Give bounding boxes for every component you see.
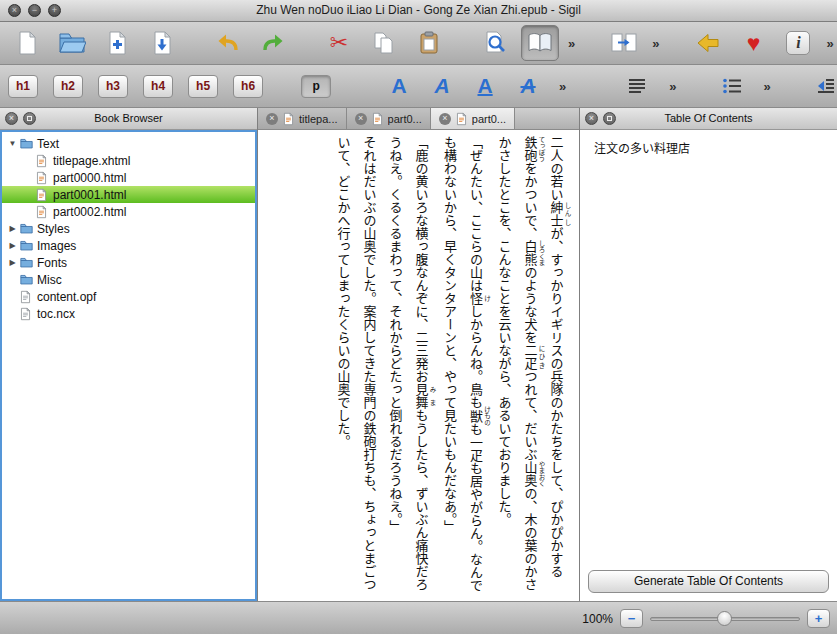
open-button[interactable] [53, 25, 91, 61]
vertical-text-paragraph: 「ぜんたい、ここらの山は怪けしからんね。鳥も獣けものも一疋も居やがらん。なんでも… [436, 136, 491, 595]
add-existing-file-button[interactable] [98, 25, 136, 61]
book-browser-tree[interactable]: ▼Texttitlepage.xhtmlpart0000.htmlpart000… [0, 130, 257, 601]
toolbar-overflow-chevron[interactable]: » [824, 36, 835, 51]
back-button[interactable] [689, 25, 727, 61]
window-controls: × − + [8, 4, 61, 17]
italic-button[interactable]: A [428, 71, 456, 101]
toolbar-overflow-chevron[interactable]: » [566, 36, 577, 51]
list-button[interactable] [717, 71, 747, 101]
add-file-icon [104, 30, 130, 56]
underline-button[interactable]: A [471, 71, 499, 101]
editor-tab-1[interactable]: ×part0... [347, 108, 431, 129]
vertical-text-paragraph: 「鹿の黄いろな横っ腹なんぞに、二三発お見舞みまもうしたら、ずいぶん痛快だろうねえ… [382, 136, 437, 595]
editor-tab-0[interactable]: ×titlepa... [258, 108, 347, 129]
redo-button[interactable] [254, 25, 292, 61]
indent-button[interactable] [811, 71, 837, 101]
html-icon [35, 171, 53, 185]
editor-tab-2[interactable]: ×part0... [431, 108, 515, 129]
close-panel-icon[interactable]: × [5, 112, 18, 125]
float-panel-icon[interactable] [23, 112, 36, 125]
zoom-slider[interactable] [650, 609, 800, 628]
tree-item-fonts[interactable]: ▶Fonts [2, 254, 255, 271]
toolbar-overflow-chevron[interactable]: » [650, 36, 661, 51]
heart-icon: ♥ [747, 32, 761, 55]
tree-item-titlepage-xhtml[interactable]: titlepage.xhtml [2, 152, 255, 169]
tree-item-part0001-html[interactable]: part0001.html [2, 186, 255, 203]
vertical-text-paragraph: それはだいぶの山奥でした。案内してきた専門の鉄砲打ちも、ちょっとまごついて、どこ… [330, 136, 382, 595]
status-bar: 100% − + [0, 601, 837, 634]
strikethrough-button[interactable]: A [514, 71, 542, 101]
disclosure-open-icon[interactable]: ▼ [6, 139, 19, 148]
toolbar-overflow-chevron[interactable]: » [762, 79, 773, 94]
close-panel-icon[interactable]: × [585, 112, 598, 125]
float-panel-icon[interactable] [603, 112, 616, 125]
tree-item-styles[interactable]: ▶Styles [2, 220, 255, 237]
donate-button[interactable]: ♥ [734, 25, 772, 61]
book-view-button[interactable] [521, 25, 559, 61]
tree-item-part0002-html[interactable]: part0002.html [2, 203, 255, 220]
cut-button[interactable]: ✂ [320, 25, 358, 61]
zoom-slider-knob[interactable] [717, 611, 732, 626]
split-view-button[interactable] [605, 25, 643, 61]
zoom-controls: 100% − + [582, 609, 830, 628]
save-button[interactable] [143, 25, 181, 61]
new-file-button[interactable] [8, 25, 46, 61]
tab-close-icon[interactable]: × [266, 113, 278, 125]
heading-3-button[interactable]: h3 [98, 75, 128, 98]
new-file-icon [14, 30, 40, 56]
zoom-out-button[interactable]: − [620, 609, 643, 628]
zoom-window-button[interactable]: + [48, 4, 61, 17]
tree-item-text[interactable]: ▼Text [2, 135, 255, 152]
tree-item-toc-ncx[interactable]: toc.ncx [2, 305, 255, 322]
copy-button[interactable] [365, 25, 403, 61]
window-title: Zhu Wen noDuo iLiao Li Dian - Gong Ze Xi… [0, 0, 837, 21]
book-browser-panel: × Book Browser ▼Texttitlepage.xhtmlpart0… [0, 108, 258, 601]
undo-button[interactable] [209, 25, 247, 61]
toolbar-overflow-chevron[interactable]: » [557, 79, 568, 94]
tree-item-label: part0000.html [53, 171, 126, 185]
disclosure-closed-icon[interactable]: ▶ [6, 224, 19, 233]
html-icon [35, 205, 53, 219]
tree-item-part0000-html[interactable]: part0000.html [2, 169, 255, 186]
editor-text-area[interactable]: 二人の若い紳士しんしが、すっかりイギリスの兵隊のかたちをして、ぴかぴかする鉄砲て… [258, 130, 579, 601]
paragraph-button[interactable]: p [301, 75, 331, 98]
file-icon [19, 307, 37, 321]
heading-4-button[interactable]: h4 [143, 75, 173, 98]
disclosure-closed-icon[interactable]: ▶ [6, 241, 19, 250]
folder-icon [19, 137, 37, 150]
tree-item-images[interactable]: ▶Images [2, 237, 255, 254]
toolbar-overflow-chevron[interactable]: » [667, 79, 678, 94]
tree-item-content-opf[interactable]: content.opf [2, 288, 255, 305]
info-button[interactable]: i [779, 25, 817, 61]
heading-1-button[interactable]: h1 [8, 75, 38, 98]
tree-item-label: Text [37, 137, 59, 151]
heading-5-button[interactable]: h5 [188, 75, 218, 98]
editor-panel: ×titlepa...×part0...×part0... 二人の若い紳士しんし… [258, 108, 580, 601]
align-button[interactable] [622, 71, 652, 101]
toc-title: Table Of Contents [664, 112, 752, 124]
html-icon [35, 188, 53, 202]
tree-item-label: part0001.html [53, 188, 126, 202]
disclosure-closed-icon[interactable]: ▶ [6, 258, 19, 267]
paste-button[interactable] [410, 25, 448, 61]
editor-tab-bar: ×titlepa...×part0...×part0... [258, 108, 579, 130]
toc-entry[interactable]: 注文の多い料理店 [594, 140, 823, 158]
heading-6-button[interactable]: h6 [233, 75, 263, 98]
tree-item-misc[interactable]: Misc [2, 271, 255, 288]
bold-button[interactable]: A [385, 71, 413, 101]
folder-icon [19, 273, 37, 286]
html-icon [35, 154, 53, 168]
tree-item-label: Fonts [37, 256, 67, 270]
generate-toc-button[interactable]: Generate Table Of Contents [588, 570, 829, 593]
close-window-button[interactable]: × [8, 4, 21, 17]
main-area: × Book Browser ▼Texttitlepage.xhtmlpart0… [0, 108, 837, 601]
toc-entry-list: 注文の多い料理店 [594, 140, 823, 158]
tree-item-label: content.opf [37, 290, 96, 304]
tree-item-label: Misc [37, 273, 62, 287]
tab-close-icon[interactable]: × [439, 113, 451, 125]
zoom-in-button[interactable]: + [807, 609, 830, 628]
find-replace-button[interactable] [476, 25, 514, 61]
tab-close-icon[interactable]: × [355, 113, 367, 125]
heading-2-button[interactable]: h2 [53, 75, 83, 98]
minimize-window-button[interactable]: − [28, 4, 41, 17]
